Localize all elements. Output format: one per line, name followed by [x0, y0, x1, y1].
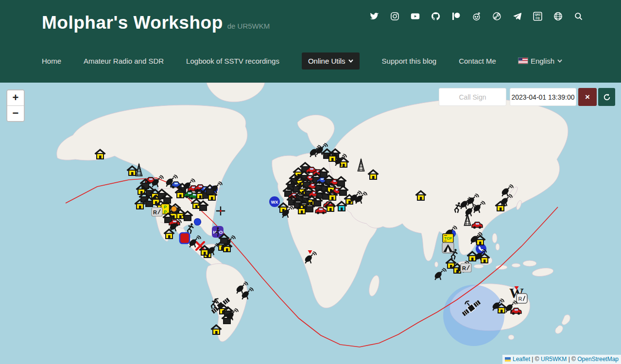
- marker-station-house-black[interactable]: [204, 184, 216, 196]
- leaflet-link[interactable]: Leaflet: [513, 356, 530, 363]
- svg-text:H: H: [213, 229, 217, 235]
- marker-gray-r-box[interactable]: R: [460, 262, 472, 274]
- marker-satellite-dish[interactable]: [281, 206, 293, 218]
- nav-item-language[interactable]: English: [518, 57, 562, 65]
- telegram-icon[interactable]: [513, 12, 522, 21]
- ur5wkm-link[interactable]: UR5WKM: [541, 356, 567, 363]
- svg-text:R: R: [153, 209, 157, 215]
- marker-satellite-dish[interactable]: [500, 184, 513, 197]
- openstreetmap-link[interactable]: OpenStreetMap: [577, 356, 619, 363]
- marker-station-house-yellow[interactable]: [325, 201, 336, 213]
- twitter-icon[interactable]: [370, 12, 379, 21]
- svg-text:R: R: [462, 265, 466, 271]
- marker-satellite-dish[interactable]: [354, 191, 367, 204]
- social-links: QRZCQ: [370, 12, 583, 21]
- search-icon[interactable]: [574, 12, 583, 21]
- svg-text:TCP: TCP: [444, 236, 452, 241]
- marker-satellite-dish[interactable]: [334, 154, 346, 166]
- marker-crosshair-station[interactable]: [215, 206, 226, 216]
- zoom-control: + −: [6, 89, 25, 122]
- marker-station-house-yellow[interactable]: [94, 149, 106, 160]
- ukraine-flag-icon: [505, 357, 511, 362]
- attribution-separator: | ©: [567, 356, 577, 363]
- marker-station-house-black[interactable]: [218, 233, 230, 245]
- aprs-map[interactable]: [0, 83, 621, 364]
- marker-satellite-dish[interactable]: [241, 287, 253, 300]
- instagram-icon[interactable]: [390, 12, 399, 21]
- nav-item-support[interactable]: Support this blog: [382, 57, 437, 65]
- globe-icon[interactable]: [553, 12, 563, 21]
- svg-text:CQ: CQ: [535, 17, 540, 19]
- attribution-separator: | ©: [530, 356, 541, 363]
- svg-text:P: P: [164, 205, 167, 209]
- marker-gray-r-box[interactable]: R: [151, 206, 163, 218]
- github-icon[interactable]: [431, 12, 440, 21]
- site-header: Molphar's Workshopde UR5WKM QRZCQ Home A…: [0, 0, 621, 83]
- zoom-out-button[interactable]: −: [7, 106, 24, 121]
- marker-car-red[interactable]: [471, 218, 483, 230]
- marker-station-house-black[interactable]: [197, 200, 209, 212]
- svg-text:R: R: [518, 296, 522, 302]
- world-basemap: [0, 83, 621, 364]
- marker-station-house-black[interactable]: [182, 210, 193, 222]
- chevron-down-icon: [348, 59, 353, 63]
- marker-radio-tower[interactable]: [355, 159, 367, 172]
- marker-station-house-yellow[interactable]: [199, 245, 210, 257]
- marker-station-house-yellow[interactable]: [174, 188, 186, 199]
- clear-button[interactable]: ×: [578, 88, 597, 106]
- nav-item-logbook[interactable]: Logbook of SSTV recordings: [186, 57, 279, 65]
- marker-satellite[interactable]: [461, 298, 482, 318]
- patreon-icon[interactable]: [451, 12, 461, 21]
- marker-radio-tower[interactable]: [133, 164, 145, 176]
- marker-station-house-yellow[interactable]: [367, 169, 379, 181]
- datetime-input[interactable]: [510, 88, 576, 106]
- chevron-down-icon: [557, 59, 562, 63]
- site-title: Molphar's Workshop: [42, 13, 223, 33]
- svg-text:QRZ: QRZ: [535, 13, 541, 16]
- marker-station-house-yellow[interactable]: [210, 324, 222, 336]
- marker-blue-dot-station[interactable]: [193, 218, 202, 226]
- refresh-icon: [603, 93, 611, 101]
- marker-satellite-dish[interactable]: [169, 219, 181, 232]
- marker-satellite-dish[interactable]: [474, 249, 486, 261]
- marker-white-r-box[interactable]: R: [516, 293, 528, 304]
- marker-satellite-dish[interactable]: [165, 174, 177, 187]
- marker-satellite-dish[interactable]: [491, 298, 504, 311]
- marker-station-house-yellow[interactable]: [415, 190, 427, 202]
- marker-satellite-dish[interactable]: [469, 232, 482, 244]
- refresh-button[interactable]: [598, 88, 615, 106]
- map-attribution: Leaflet | © UR5WKM | © OpenStreetMap: [502, 355, 621, 364]
- marker-satellite-dish[interactable]: [504, 300, 517, 313]
- reddit-icon[interactable]: [472, 12, 481, 21]
- site-subtitle: de UR5WKM: [227, 22, 270, 30]
- us-flag-icon: [518, 58, 528, 64]
- marker-station-house-black[interactable]: [221, 313, 233, 325]
- youtube-icon[interactable]: [411, 12, 420, 21]
- marker-station-house-yellow[interactable]: [296, 204, 308, 215]
- nav-item-online-utils[interactable]: Online Utils: [302, 52, 360, 69]
- nav-item-contact[interactable]: Contact Me: [459, 57, 496, 65]
- steam-icon[interactable]: [492, 12, 501, 21]
- zoom-in-button[interactable]: +: [7, 90, 24, 106]
- marker-satellite-dish[interactable]: [433, 268, 446, 280]
- nav-item-home[interactable]: Home: [42, 57, 61, 65]
- main-nav: Home Amateur Radio and SDR Logbook of SS…: [42, 52, 562, 70]
- qrzcq-icon[interactable]: QRZCQ: [533, 12, 542, 21]
- marker-red-triangle[interactable]: [307, 249, 313, 255]
- callsign-input[interactable]: [439, 88, 506, 106]
- nav-item-amateur-radio[interactable]: Amateur Radio and SDR: [84, 57, 164, 65]
